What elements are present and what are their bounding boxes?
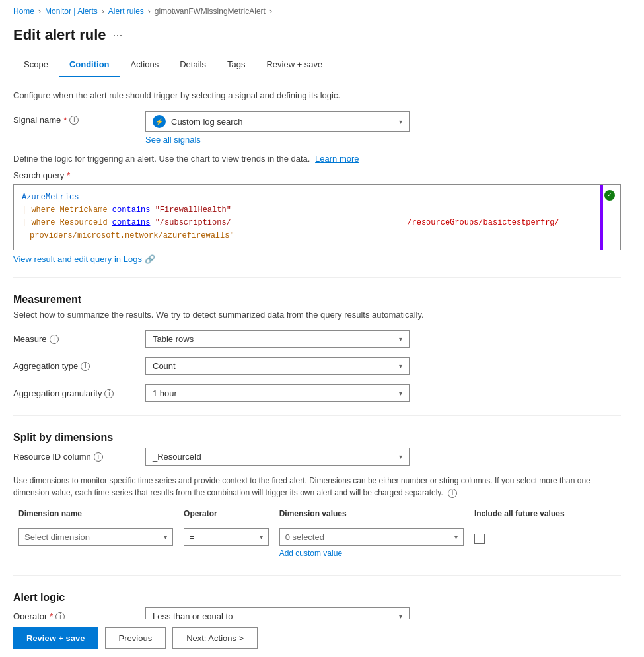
- chevron-down-icon: ▾: [399, 118, 402, 125]
- query-line-4: providers/microsoft.network/azurefirewal…: [22, 230, 612, 242]
- footer-bar: Review + save Previous Next: Actions >: [0, 619, 644, 657]
- include-future-checkbox-cell: [474, 528, 616, 544]
- signal-name-info-icon[interactable]: i: [69, 116, 79, 125]
- tab-actions[interactable]: Actions: [120, 53, 170, 77]
- page-header: Edit alert rule ···: [0, 22, 644, 53]
- aggregation-granularity-info-icon[interactable]: i: [104, 389, 114, 398]
- aggregation-type-dropdown[interactable]: Count ▾: [145, 357, 410, 375]
- see-all-signals-link[interactable]: See all signals: [145, 135, 410, 145]
- operator-dropdown[interactable]: = ▾: [184, 528, 269, 546]
- resource-id-dropdown[interactable]: _ResourceId ▾: [145, 448, 410, 466]
- signal-icon: ⚡: [153, 115, 166, 128]
- tab-condition[interactable]: Condition: [59, 53, 120, 77]
- dimension-name-header: Dimension name: [13, 505, 178, 524]
- breadcrumb-current: gimotwanFWMissingMetricAlert: [155, 7, 266, 16]
- aggregation-granularity-chevron-icon: ▾: [399, 390, 402, 397]
- condition-description: Configure when the alert rule should tri…: [13, 90, 621, 100]
- dimension-values-header: Dimension values: [274, 505, 469, 524]
- dimension-name-chevron-icon: ▾: [164, 534, 167, 541]
- divider-1: [13, 277, 621, 278]
- measurement-header: Measurement: [13, 294, 621, 306]
- signal-name-row: Signal name * i ⚡ Custom log search ▾ Se…: [13, 111, 621, 145]
- breadcrumb-monitor[interactable]: Monitor | Alerts: [45, 7, 98, 16]
- dimension-name-dropdown[interactable]: Select dimension ▾: [18, 528, 173, 546]
- signal-name-dropdown[interactable]: ⚡ Custom log search ▾: [145, 111, 410, 132]
- define-logic-desc: Define the logic for triggering an alert…: [13, 154, 621, 164]
- split-by-dimensions-section: Split by dimensions Resource ID column i…: [13, 432, 621, 562]
- dimensions-table: Dimension name Operator Dimension values…: [13, 505, 621, 562]
- resource-id-column-label: Resource ID column i: [13, 448, 145, 462]
- dimensions-note: Use dimensions to monitor specific time …: [13, 475, 621, 499]
- tab-review-save[interactable]: Review + save: [256, 53, 333, 77]
- page-title: Edit alert rule: [13, 26, 106, 44]
- view-result-link[interactable]: View result and edit query in Logs 🔗: [13, 254, 621, 264]
- measure-label: Measure i: [13, 330, 145, 344]
- review-save-button[interactable]: Review + save: [13, 627, 98, 649]
- aggregation-type-info-icon[interactable]: i: [81, 362, 90, 371]
- divider-3: [13, 575, 621, 576]
- query-line-3: | where ResourceId contains "/subscripti…: [22, 217, 612, 229]
- dimensions-note-info-icon[interactable]: i: [448, 489, 457, 498]
- measure-chevron-icon: ▾: [399, 335, 402, 343]
- tab-tags[interactable]: Tags: [217, 53, 256, 77]
- external-link-icon: 🔗: [145, 254, 155, 264]
- aggregation-granularity-dropdown[interactable]: 1 hour ▾: [145, 384, 410, 402]
- include-future-header: Include all future values: [469, 505, 621, 524]
- split-dimensions-header: Split by dimensions: [13, 432, 621, 444]
- tab-details[interactable]: Details: [169, 53, 217, 77]
- tab-scope[interactable]: Scope: [13, 53, 59, 77]
- search-query-section: Search query * AzureMetrics | where Metr…: [13, 170, 621, 264]
- tab-bar: Scope Condition Actions Details Tags Rev…: [0, 53, 644, 77]
- alert-logic-header: Alert logic: [13, 592, 621, 604]
- operator-chevron-icon: ▾: [260, 534, 263, 541]
- query-line-1: AzureMetrics: [22, 191, 612, 204]
- measure-info-icon[interactable]: i: [50, 335, 59, 344]
- aggregation-type-row: Aggregation type i Count ▾: [13, 357, 621, 375]
- aggregation-type-dropdown-wrapper: Count ▾: [145, 357, 410, 375]
- include-future-checkbox[interactable]: [474, 534, 485, 544]
- add-custom-value-link[interactable]: Add custom value: [279, 549, 464, 558]
- resource-id-info-icon[interactable]: i: [94, 452, 103, 462]
- signal-name-label: Signal name * i: [13, 111, 145, 125]
- previous-button[interactable]: Previous: [105, 627, 166, 649]
- learn-more-link[interactable]: Learn more: [315, 154, 359, 164]
- aggregation-granularity-label: Aggregation granularity i: [13, 384, 145, 398]
- resource-id-chevron-icon: ▾: [399, 453, 402, 460]
- query-purple-bar: [600, 185, 603, 250]
- search-query-label: Search query *: [13, 170, 621, 180]
- query-line-2: | where MetricName contains "FirewallHea…: [22, 204, 612, 217]
- main-content: Configure when the alert rule should tri…: [0, 77, 634, 657]
- query-success-indicator: [604, 190, 615, 201]
- next-button[interactable]: Next: Actions >: [172, 627, 258, 649]
- measurement-section: Measurement Select how to summarize the …: [13, 294, 621, 402]
- signal-dropdown-wrapper: ⚡ Custom log search ▾ See all signals: [145, 111, 410, 145]
- divider-2: [13, 415, 621, 416]
- dimension-values-chevron-icon: ▾: [454, 534, 458, 541]
- resource-id-dropdown-wrapper: _ResourceId ▾: [145, 448, 410, 466]
- aggregation-granularity-row: Aggregation granularity i 1 hour ▾: [13, 384, 621, 402]
- breadcrumb: Home › Monitor | Alerts › Alert rules › …: [0, 0, 644, 22]
- operator-header: Operator: [178, 505, 274, 524]
- breadcrumb-alert-rules[interactable]: Alert rules: [108, 7, 144, 16]
- more-options-button[interactable]: ···: [113, 28, 123, 42]
- aggregation-type-chevron-icon: ▾: [399, 363, 402, 370]
- table-row: Select dimension ▾ = ▾ 0: [13, 524, 621, 563]
- dimension-values-dropdown[interactable]: 0 selected ▾: [279, 528, 464, 546]
- breadcrumb-home[interactable]: Home: [13, 7, 34, 16]
- measure-dropdown[interactable]: Table rows ▾: [145, 330, 410, 348]
- aggregation-granularity-dropdown-wrapper: 1 hour ▾: [145, 384, 410, 402]
- search-query-box[interactable]: AzureMetrics | where MetricName contains…: [13, 184, 621, 250]
- measure-row: Measure i Table rows ▾: [13, 330, 621, 348]
- measure-dropdown-wrapper: Table rows ▾: [145, 330, 410, 348]
- aggregation-type-label: Aggregation type i: [13, 357, 145, 371]
- resource-id-column-row: Resource ID column i _ResourceId ▾: [13, 448, 621, 466]
- measurement-sub: Select how to summarize the results. We …: [13, 310, 621, 320]
